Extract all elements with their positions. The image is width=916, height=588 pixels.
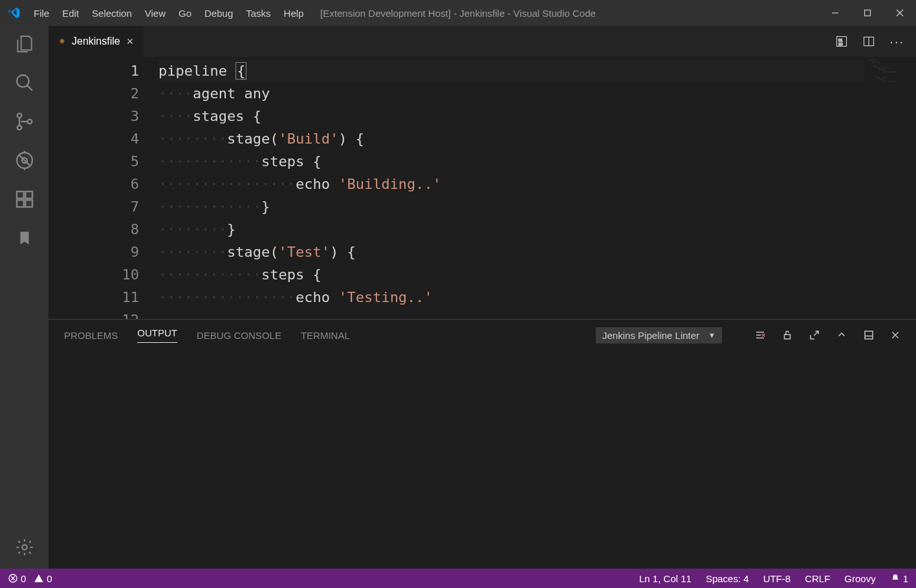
status-bar: 0 0 Ln 1, Col 11 Spaces: 4 UTF-8 CRLF Gr… xyxy=(0,569,916,588)
menu-bar: FileEditSelectionViewGoDebugTasksHelp xyxy=(28,5,309,21)
settings-gear-icon[interactable] xyxy=(15,538,34,557)
menu-debug[interactable]: Debug xyxy=(199,5,238,21)
svg-point-6 xyxy=(17,113,21,118)
titlebar: FileEditSelectionViewGoDebugTasksHelp [E… xyxy=(0,0,916,26)
search-icon[interactable] xyxy=(14,72,35,93)
binary-icon[interactable]: 0110 xyxy=(835,35,848,48)
svg-point-7 xyxy=(17,125,21,130)
close-panel-icon[interactable] xyxy=(890,330,900,340)
status-language[interactable]: Groovy xyxy=(844,573,875,584)
status-warnings[interactable]: 0 xyxy=(34,573,52,584)
panel-tab-output[interactable]: OUTPUT xyxy=(137,327,177,343)
svg-rect-17 xyxy=(25,200,32,207)
close-icon[interactable]: × xyxy=(127,35,134,49)
debug-icon[interactable] xyxy=(14,150,35,171)
svg-line-5 xyxy=(27,85,32,91)
open-file-icon[interactable] xyxy=(809,329,820,341)
svg-text:10: 10 xyxy=(838,42,843,46)
lock-scroll-icon[interactable] xyxy=(781,329,793,341)
window-title: [Extension Development Host] - Jenkinsfi… xyxy=(320,8,596,19)
code-editor[interactable]: 123456789101112 pipeline {····agent any·… xyxy=(49,57,916,319)
status-cursor-pos[interactable]: Ln 1, Col 11 xyxy=(639,573,692,584)
close-button[interactable] xyxy=(884,0,916,26)
svg-point-4 xyxy=(17,75,29,87)
clear-output-icon[interactable] xyxy=(754,329,766,341)
panel-tab-debug-console[interactable]: DEBUG CONSOLE xyxy=(197,330,281,341)
menu-go[interactable]: Go xyxy=(173,5,197,21)
line-numbers: 123456789101112 xyxy=(49,57,158,319)
vscode-logo-icon xyxy=(6,6,21,20)
source-control-icon[interactable] xyxy=(14,111,35,132)
output-channel-selector[interactable]: Jenkins Pipeline Linter▼ xyxy=(596,327,722,343)
output-body[interactable] xyxy=(49,351,916,569)
svg-rect-30 xyxy=(865,331,873,339)
panel-tab-terminal[interactable]: TERMINAL xyxy=(301,330,350,341)
minimize-button[interactable] xyxy=(819,0,851,26)
status-eol[interactable]: CRLF xyxy=(805,573,830,584)
menu-edit[interactable]: Edit xyxy=(57,5,84,21)
minimap[interactable]: pipeline { agent any stages { stage('Bui… xyxy=(864,57,916,319)
status-indent[interactable]: Spaces: 4 xyxy=(706,573,749,584)
collapse-icon[interactable] xyxy=(836,329,847,341)
split-editor-icon[interactable] xyxy=(862,35,875,48)
explorer-icon[interactable] xyxy=(14,34,35,54)
menu-view[interactable]: View xyxy=(140,5,171,21)
svg-rect-16 xyxy=(17,200,24,207)
maximize-panel-icon[interactable] xyxy=(863,329,875,341)
extensions-icon[interactable] xyxy=(14,189,35,210)
menu-help[interactable]: Help xyxy=(279,5,309,21)
bookmark-icon[interactable] xyxy=(16,228,33,248)
panel-tabs: PROBLEMSOUTPUTDEBUG CONSOLETERMINALJenki… xyxy=(49,320,916,351)
file-icon: ✸ xyxy=(59,37,65,46)
tab-label: Jenkinsfile xyxy=(72,36,120,47)
panel-tab-problems[interactable]: PROBLEMS xyxy=(64,330,118,341)
status-errors[interactable]: 0 xyxy=(8,573,26,584)
svg-rect-15 xyxy=(25,191,32,199)
svg-rect-29 xyxy=(785,334,791,339)
status-notifications[interactable]: 1 xyxy=(890,573,908,584)
maximize-button[interactable] xyxy=(851,0,884,26)
editor-tabs: ✸ Jenkinsfile × 0110 ··· xyxy=(49,26,916,57)
status-encoding[interactable]: UTF-8 xyxy=(763,573,791,584)
tab-jenkinsfile[interactable]: ✸ Jenkinsfile × xyxy=(49,26,144,57)
svg-rect-1 xyxy=(865,10,871,16)
svg-point-8 xyxy=(27,120,32,124)
svg-point-18 xyxy=(22,545,27,550)
activity-bar xyxy=(0,26,49,569)
bottom-panel: PROBLEMSOUTPUTDEBUG CONSOLETERMINALJenki… xyxy=(49,319,916,569)
menu-file[interactable]: File xyxy=(28,5,54,21)
menu-selection[interactable]: Selection xyxy=(87,5,137,21)
menu-tasks[interactable]: Tasks xyxy=(241,5,276,21)
svg-rect-14 xyxy=(17,191,24,199)
more-icon[interactable]: ··· xyxy=(889,34,904,49)
svg-line-10 xyxy=(18,155,30,167)
